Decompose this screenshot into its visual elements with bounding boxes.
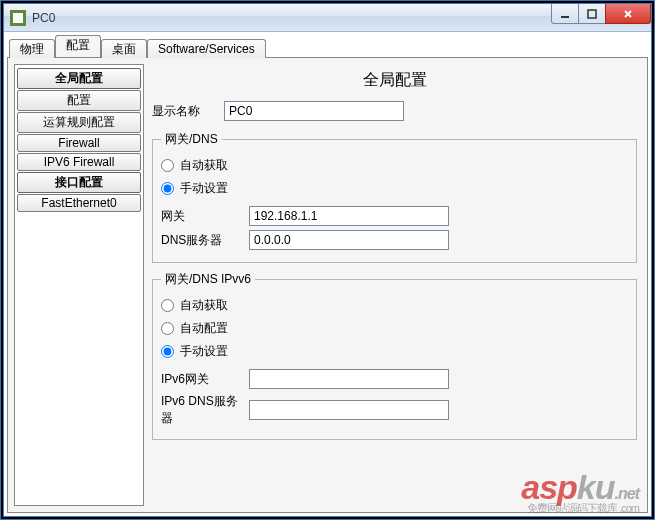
window-controls [552,4,651,24]
window-title: PC0 [32,11,55,25]
sidebar-item-firewall[interactable]: Firewall [17,134,141,152]
radio-row-manual6[interactable]: 手动设置 [161,340,628,363]
sidebar-item-fastethernet0[interactable]: FastEthernet0 [17,194,141,212]
maximize-button[interactable] [578,4,606,24]
radio-auto[interactable] [161,159,174,172]
radio-auto6[interactable] [161,299,174,312]
sidebar: 全局配置 配置 运算规则配置 Firewall IPV6 Firewall 接口… [14,64,144,506]
legend-gateway-dns: 网关/DNS [161,131,222,148]
row-display-name: 显示名称 [152,101,637,121]
label-manual6: 手动设置 [180,343,228,360]
sidebar-item-config[interactable]: 配置 [17,90,141,111]
svg-rect-1 [588,10,596,18]
label-dns6: IPv6 DNS服务器 [161,393,249,427]
tab-desktop[interactable]: 桌面 [101,39,147,58]
input-dns[interactable] [249,230,449,250]
sidebar-item-ipv6-firewall[interactable]: IPV6 Firewall [17,153,141,171]
row-gateway: 网关 [161,206,628,226]
tab-panel: 全局配置 配置 运算规则配置 Firewall IPV6 Firewall 接口… [7,57,648,513]
main-panel: 全局配置 显示名称 网关/DNS 自动获取 手动设置 [152,64,641,506]
radio-manual[interactable] [161,182,174,195]
radio-row-auto6[interactable]: 自动获取 [161,294,628,317]
tab-software-services[interactable]: Software/Services [147,39,266,58]
row-gateway6: IPv6网关 [161,369,628,389]
input-display-name[interactable] [224,101,404,121]
svg-rect-0 [561,16,569,18]
label-autoconf6: 自动配置 [180,320,228,337]
sidebar-item-algorithm[interactable]: 运算规则配置 [17,112,141,133]
fieldset-gateway-dns: 网关/DNS 自动获取 手动设置 网关 [152,131,637,263]
input-gateway[interactable] [249,206,449,226]
input-dns6[interactable] [249,400,449,420]
fieldset-gateway-dns-ipv6: 网关/DNS IPvv6 自动获取 自动配置 手动设置 [152,271,637,440]
label-auto6: 自动获取 [180,297,228,314]
sidebar-header-interface: 接口配置 [17,172,141,193]
page-title: 全局配置 [152,64,637,101]
label-gateway6: IPv6网关 [161,371,249,388]
sidebar-header-global: 全局配置 [17,68,141,89]
input-gateway6[interactable] [249,369,449,389]
label-dns: DNS服务器 [161,232,249,249]
titlebar: PC0 [4,4,651,32]
content-area: 物理 配置 桌面 Software/Services 全局配置 配置 运算规则配… [4,32,651,516]
row-dns6: IPv6 DNS服务器 [161,393,628,427]
label-gateway: 网关 [161,208,249,225]
radio-autoconf6[interactable] [161,322,174,335]
app-icon [10,10,26,26]
radio-row-manual[interactable]: 手动设置 [161,177,628,200]
tab-physical[interactable]: 物理 [9,39,55,58]
close-button[interactable] [605,4,651,24]
radio-manual6[interactable] [161,345,174,358]
label-auto: 自动获取 [180,157,228,174]
radio-row-auto[interactable]: 自动获取 [161,154,628,177]
tabbar: 物理 配置 桌面 Software/Services [7,35,648,57]
minimize-icon [559,8,571,20]
legend-gateway-dns-ipv6: 网关/DNS IPvv6 [161,271,255,288]
radio-row-autoconf6[interactable]: 自动配置 [161,317,628,340]
minimize-button[interactable] [551,4,579,24]
row-dns: DNS服务器 [161,230,628,250]
app-window: PC0 物理 配置 桌面 Software/Services 全局配置 配置 运… [3,3,652,517]
tab-config[interactable]: 配置 [55,35,101,57]
maximize-icon [586,8,598,20]
label-display-name: 显示名称 [152,103,224,120]
close-icon [622,8,634,20]
label-manual: 手动设置 [180,180,228,197]
